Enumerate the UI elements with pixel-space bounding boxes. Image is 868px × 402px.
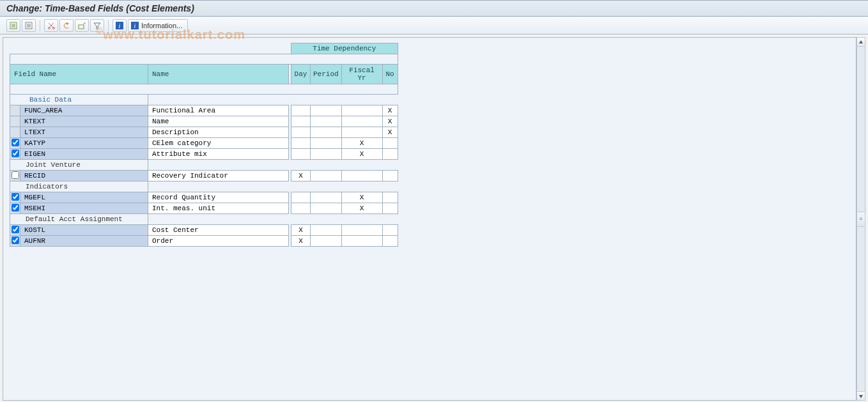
fiscal-cell[interactable] bbox=[341, 127, 382, 138]
period-cell[interactable] bbox=[311, 105, 342, 116]
row-checkbox[interactable] bbox=[12, 236, 19, 244]
scroll-up-arrow[interactable] bbox=[857, 38, 865, 47]
svg-text:i: i bbox=[134, 22, 136, 29]
field-name-cell: FUNC_AREA bbox=[20, 105, 148, 116]
info-icon: i bbox=[116, 22, 123, 29]
period-cell[interactable] bbox=[311, 116, 342, 127]
app-toolbar: i i Information... bbox=[0, 17, 868, 35]
day-cell[interactable]: X bbox=[291, 225, 311, 236]
toolbar-info-label: Information... bbox=[141, 22, 182, 29]
period-cell[interactable] bbox=[311, 127, 342, 138]
no-cell[interactable] bbox=[382, 171, 398, 182]
row-checkbox[interactable] bbox=[12, 226, 19, 233]
list-icon bbox=[10, 22, 17, 29]
toolbar-btn-cut[interactable] bbox=[44, 19, 58, 32]
toolbar-separator bbox=[40, 20, 40, 31]
svg-point-8 bbox=[49, 27, 50, 29]
field-name-cell: KATYP bbox=[20, 138, 148, 149]
svg-text:i: i bbox=[119, 22, 121, 29]
no-cell[interactable]: X bbox=[382, 105, 398, 116]
fiscal-cell[interactable]: X bbox=[341, 203, 382, 214]
table-row: LTEXTDescriptionX bbox=[10, 127, 398, 138]
period-cell[interactable] bbox=[311, 236, 342, 247]
period-cell[interactable] bbox=[311, 203, 342, 214]
name-cell: Functional Area bbox=[148, 105, 289, 116]
day-cell[interactable] bbox=[291, 138, 311, 149]
day-cell[interactable] bbox=[291, 127, 311, 138]
fiscal-cell[interactable] bbox=[341, 171, 382, 182]
svg-marker-13 bbox=[94, 23, 100, 29]
name-cell: Cost Center bbox=[148, 225, 289, 236]
row-checkbox[interactable] bbox=[12, 150, 19, 157]
period-cell[interactable] bbox=[311, 225, 342, 236]
no-cell[interactable]: X bbox=[382, 127, 398, 138]
checkbox-spacer bbox=[10, 127, 20, 138]
fiscal-cell[interactable]: X bbox=[341, 149, 382, 160]
header-fiscal-yr: Fiscal Yr bbox=[341, 65, 382, 84]
undo-icon bbox=[63, 22, 70, 29]
row-checkbox[interactable] bbox=[12, 171, 19, 179]
header-day: Day bbox=[291, 65, 311, 84]
no-cell[interactable] bbox=[382, 149, 398, 160]
section-label: Joint Venture bbox=[10, 160, 148, 171]
no-cell[interactable] bbox=[382, 192, 398, 203]
fiscal-cell[interactable] bbox=[341, 116, 382, 127]
svg-marker-19 bbox=[859, 395, 863, 398]
checkbox-spacer bbox=[10, 105, 20, 116]
fiscal-cell[interactable] bbox=[341, 236, 382, 247]
toolbar-btn-export[interactable] bbox=[75, 19, 89, 32]
period-cell[interactable] bbox=[311, 192, 342, 203]
table-row: RECIDRecovery IndicatorX bbox=[10, 171, 398, 182]
svg-marker-10 bbox=[66, 22, 69, 25]
day-cell[interactable] bbox=[291, 105, 311, 116]
field-name-cell: AUFNR bbox=[20, 236, 148, 247]
toolbar-btn-display[interactable] bbox=[6, 19, 20, 32]
no-cell[interactable] bbox=[382, 236, 398, 247]
table-row: FUNC_AREAFunctional AreaX bbox=[10, 105, 398, 116]
svg-marker-18 bbox=[859, 40, 863, 43]
name-cell: Name bbox=[148, 116, 289, 127]
name-cell: Description bbox=[148, 127, 289, 138]
day-cell[interactable] bbox=[291, 116, 311, 127]
name-cell: Int. meas. unit bbox=[148, 203, 289, 214]
period-cell[interactable] bbox=[311, 171, 342, 182]
filter-icon bbox=[93, 22, 101, 29]
toolbar-btn-filter[interactable] bbox=[90, 19, 104, 32]
day-cell[interactable]: X bbox=[291, 171, 311, 182]
field-name-cell: MGEFL bbox=[20, 192, 148, 203]
table-row: AUFNROrderX bbox=[10, 236, 398, 247]
section-label: Default Acct Assignment bbox=[10, 214, 148, 225]
name-cell: Attribute mix bbox=[148, 149, 289, 160]
header-time-dependency: Time Dependency bbox=[291, 43, 398, 54]
toolbar-btn-info1[interactable]: i bbox=[112, 19, 127, 32]
row-checkbox[interactable] bbox=[12, 193, 19, 201]
main-content: Time Dependency Field Name Name Day Peri… bbox=[3, 37, 856, 401]
page-title: Change: Time-Based Fields (Cost Elements… bbox=[0, 0, 868, 17]
no-cell[interactable] bbox=[382, 138, 398, 149]
fiscal-cell[interactable]: X bbox=[341, 192, 382, 203]
no-cell[interactable]: X bbox=[382, 116, 398, 127]
scroll-down-arrow[interactable] bbox=[857, 391, 865, 400]
name-cell: Record Quantity bbox=[148, 192, 289, 203]
toolbar-btn-detail[interactable] bbox=[22, 19, 36, 32]
no-cell[interactable] bbox=[382, 203, 398, 214]
fiscal-cell[interactable]: X bbox=[341, 138, 382, 149]
day-cell[interactable] bbox=[291, 192, 311, 203]
field-name-cell: LTEXT bbox=[20, 127, 148, 138]
no-cell[interactable] bbox=[382, 225, 398, 236]
fiscal-cell[interactable] bbox=[341, 105, 382, 116]
toolbar-btn-undo[interactable] bbox=[59, 19, 74, 32]
fiscal-cell[interactable] bbox=[341, 225, 382, 236]
toolbar-btn-information[interactable]: i Information... bbox=[128, 19, 188, 32]
day-cell[interactable] bbox=[291, 149, 311, 160]
day-cell[interactable] bbox=[291, 203, 311, 214]
row-checkbox[interactable] bbox=[12, 139, 19, 146]
row-checkbox[interactable] bbox=[12, 204, 19, 212]
svg-rect-11 bbox=[79, 25, 84, 29]
period-cell[interactable] bbox=[311, 149, 342, 160]
period-cell[interactable] bbox=[311, 138, 342, 149]
section-label: Basic Data bbox=[10, 95, 148, 105]
scroll-handle[interactable]: ≡ bbox=[856, 212, 865, 227]
scissors-icon bbox=[47, 22, 55, 29]
day-cell[interactable]: X bbox=[291, 236, 311, 247]
